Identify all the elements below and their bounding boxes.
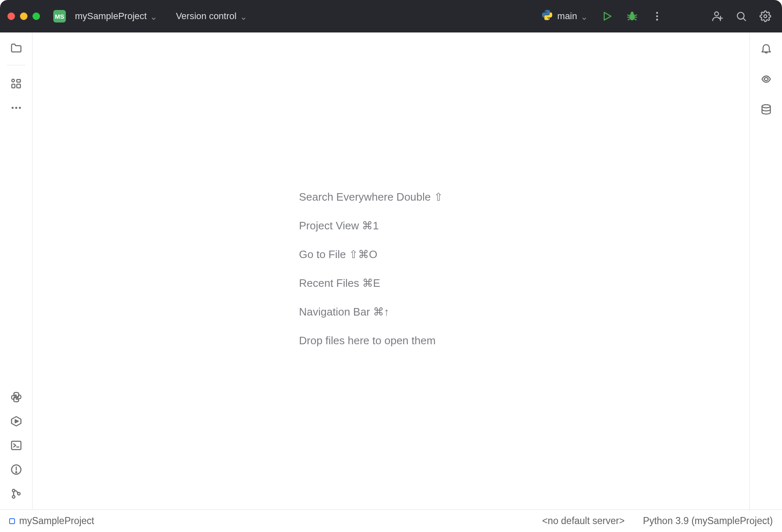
- close-window-button[interactable]: [7, 12, 15, 20]
- settings-button[interactable]: [756, 7, 775, 25]
- structure-tool-button[interactable]: [6, 74, 26, 94]
- hint-recent-files: Recent Files ⌘E: [299, 277, 443, 290]
- right-tool-rail: [750, 32, 782, 510]
- window-controls: [7, 12, 40, 20]
- chevron-down-icon: [151, 13, 157, 19]
- project-tool-button[interactable]: [6, 38, 26, 58]
- hint-search-everywhere: Search Everywhere Double ⇧: [299, 191, 443, 204]
- svg-point-9: [656, 12, 658, 14]
- ai-assistant-button[interactable]: [756, 69, 776, 89]
- svg-point-2: [631, 12, 633, 15]
- svg-point-17: [764, 15, 767, 18]
- tool-window-toggle-icon[interactable]: [9, 518, 15, 524]
- status-project-name: mySampleProject: [19, 515, 94, 527]
- python-console-button[interactable]: [6, 387, 26, 407]
- status-server[interactable]: <no default server>: [542, 515, 625, 527]
- zoom-window-button[interactable]: [32, 12, 40, 20]
- hint-go-to-file: Go to File ⇧⌘O: [299, 248, 443, 261]
- status-bar: mySampleProject <no default server> Pyth…: [0, 510, 782, 532]
- titlebar: MS mySampleProject Version control main: [0, 0, 782, 32]
- svg-line-8: [634, 19, 637, 20]
- terminal-tool-button[interactable]: [6, 435, 26, 455]
- more-actions-button[interactable]: [648, 7, 666, 25]
- run-button[interactable]: [598, 7, 616, 25]
- code-with-me-button[interactable]: [708, 7, 726, 25]
- svg-marker-26: [15, 420, 18, 423]
- svg-marker-0: [604, 12, 611, 20]
- svg-line-7: [628, 19, 630, 20]
- rail-divider: [7, 65, 25, 65]
- svg-point-22: [11, 107, 13, 109]
- svg-line-3: [627, 15, 630, 16]
- svg-rect-21: [17, 84, 20, 88]
- python-icon: [541, 9, 553, 23]
- editor-empty-state[interactable]: Search Everywhere Double ⇧ Project View …: [32, 32, 750, 510]
- project-badge: MS: [53, 10, 66, 22]
- run-config-dropdown[interactable]: main: [537, 7, 591, 26]
- svg-rect-19: [17, 80, 20, 82]
- project-name-label: mySampleProject: [75, 11, 147, 22]
- notifications-tool-button[interactable]: [756, 38, 776, 58]
- chevron-down-icon: [241, 13, 247, 19]
- main-content: Search Everywhere Double ⇧ Project View …: [0, 32, 782, 510]
- status-left[interactable]: mySampleProject: [9, 515, 94, 527]
- problems-tool-button[interactable]: [6, 460, 26, 480]
- vcs-dropdown[interactable]: Version control: [173, 8, 249, 24]
- chevron-down-icon: [581, 13, 587, 19]
- svg-point-11: [656, 19, 658, 21]
- svg-point-10: [656, 15, 658, 17]
- search-everywhere-button[interactable]: [732, 7, 750, 25]
- debug-button[interactable]: [623, 7, 641, 25]
- vcs-label: Version control: [176, 11, 237, 22]
- more-tools-button[interactable]: [6, 98, 26, 118]
- svg-rect-20: [12, 84, 15, 88]
- vcs-tool-button[interactable]: [6, 484, 26, 504]
- minimize-window-button[interactable]: [20, 12, 27, 20]
- run-config-label: main: [557, 11, 577, 22]
- svg-line-16: [743, 18, 746, 21]
- editor-hints: Search Everywhere Double ⇧ Project View …: [299, 191, 443, 347]
- svg-point-24: [19, 107, 21, 109]
- database-tool-button[interactable]: [756, 100, 776, 120]
- hint-drop-files: Drop files here to open them: [299, 334, 443, 347]
- svg-point-12: [715, 12, 718, 16]
- svg-point-23: [15, 107, 17, 109]
- hint-navigation-bar: Navigation Bar ⌘↑: [299, 306, 443, 318]
- svg-point-35: [762, 105, 770, 108]
- project-dropdown[interactable]: mySampleProject: [72, 8, 159, 24]
- left-tool-rail: [0, 32, 32, 510]
- hint-project-view: Project View ⌘1: [299, 219, 443, 232]
- services-tool-button[interactable]: [6, 411, 26, 431]
- svg-line-4: [635, 15, 637, 16]
- status-interpreter[interactable]: Python 3.9 (mySampleProject): [643, 515, 773, 527]
- svg-point-31: [15, 472, 17, 473]
- svg-point-18: [12, 79, 15, 82]
